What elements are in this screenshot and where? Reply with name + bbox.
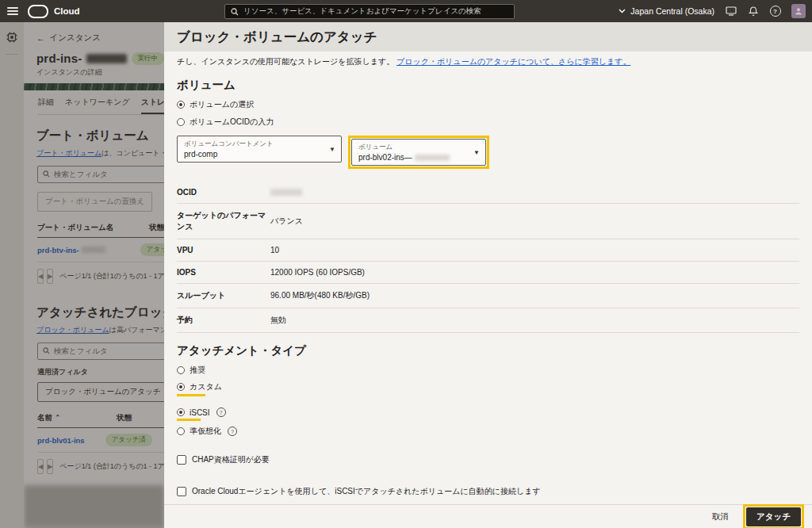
detail-row-ocid: OCID	[177, 182, 799, 204]
learn-more-link[interactable]: ブロック・ボリュームのアタッチについて、さらに学習します。	[396, 57, 630, 66]
help-icon[interactable]: ?	[769, 6, 781, 17]
radio-enter-ocid[interactable]: ボリュームOCIDの入力	[177, 117, 799, 128]
global-search-input[interactable]: リソース、サービス、ドキュメントおよびマーケットプレイスの検索	[224, 4, 515, 19]
radio-icon	[177, 408, 185, 416]
chevron-down-icon: ▼	[329, 146, 335, 153]
panel-footer: 取消 アタッチ	[164, 504, 812, 528]
user-avatar[interactable]	[791, 4, 806, 18]
radio-icon	[177, 101, 185, 109]
agent-checkbox-row[interactable]: Oracle Cloudエージェントを使用して、iSCSIでアタッチされたボリュ…	[177, 486, 799, 497]
cancel-button[interactable]: 取消	[712, 511, 729, 522]
attach-button[interactable]: アタッチ	[746, 507, 801, 526]
radio-select-volume[interactable]: ボリュームの選択	[177, 99, 799, 110]
detail-row-iops: IOPS 12000 IOPS (60 IOPS/GB)	[177, 262, 799, 284]
panel-header: ブロック・ボリュームのアタッチ	[164, 22, 812, 52]
notifications-bell-icon[interactable]	[747, 6, 759, 17]
compartment-select[interactable]: ボリュームコンパートメント prd-comp ▼	[177, 136, 342, 163]
attach-block-volume-panel: ブロック・ボリュームのアタッチ チし、インスタンスの使用可能なストレージを拡張し…	[164, 22, 812, 528]
iscsi-help-icon[interactable]	[216, 407, 226, 417]
checkbox-icon	[177, 455, 186, 465]
radio-recommended[interactable]: 推奨	[177, 365, 799, 376]
radio-icon	[177, 383, 185, 391]
hamburger-menu-icon[interactable]	[7, 7, 18, 15]
attachment-type-heading: アタッチメント・タイプ	[177, 343, 799, 358]
oracle-logo-icon[interactable]	[28, 5, 48, 18]
chap-checkbox-row[interactable]: CHAP資格証明が必要	[177, 454, 799, 465]
detail-row-vpu: VPU 10	[177, 239, 799, 262]
iscsi-highlight-underline	[177, 419, 201, 421]
panel-intro: チし、インスタンスの使用可能なストレージを拡張します。 ブロック・ボリュームのア…	[177, 56, 799, 67]
detail-row-throughput: スループット 96.00 MB/秒(480 KB/秒/GB)	[177, 284, 799, 308]
redacted-ocid-value	[270, 189, 302, 196]
radio-icon	[177, 427, 185, 435]
panel-title: ブロック・ボリュームのアタッチ	[177, 29, 377, 46]
radio-icon	[177, 366, 185, 374]
radio-iscsi[interactable]: iSCSI	[177, 407, 799, 417]
redacted-volume-name	[415, 155, 450, 161]
chevron-down-icon	[619, 9, 626, 13]
paravirtualized-help-icon[interactable]	[228, 427, 237, 436]
detail-row-reservation: 予約 無効	[177, 308, 799, 333]
volume-section-heading: ボリューム	[177, 78, 799, 93]
brand-label: Cloud	[54, 6, 80, 16]
top-bar: Cloud リソース、サービス、ドキュメントおよびマーケットプレイスの検索 Ja…	[0, 0, 812, 22]
radio-icon	[177, 118, 185, 126]
chevron-down-icon: ▼	[473, 149, 480, 156]
region-label: Japan Central (Osaka)	[630, 6, 714, 16]
checkbox-icon	[177, 487, 186, 496]
attach-button-highlight: アタッチ	[743, 504, 804, 528]
volume-select[interactable]: ボリューム prd-blv02-ins— ▼	[351, 139, 486, 166]
search-placeholder: リソース、サービス、ドキュメントおよびマーケットプレイスの検索	[243, 6, 481, 17]
cloud-shell-icon[interactable]	[725, 6, 737, 17]
detail-row-performance: ターゲットのパフォーマンス バランス	[177, 204, 799, 239]
custom-highlight-underline	[177, 394, 205, 396]
search-icon	[231, 5, 239, 19]
radio-custom[interactable]: カスタム	[177, 381, 799, 392]
volume-select-highlight: ボリューム prd-blv02-ins— ▼	[348, 136, 489, 169]
modal-dim-overlay	[0, 22, 164, 528]
radio-paravirtualized[interactable]: 準仮想化	[177, 426, 799, 437]
region-selector[interactable]: Japan Central (Osaka)	[619, 6, 714, 16]
